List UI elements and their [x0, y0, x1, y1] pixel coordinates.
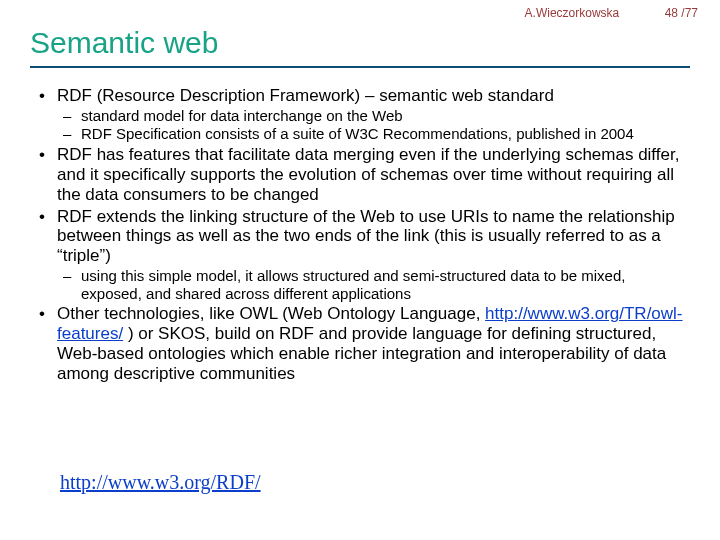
- sub-list: standard model for data interchange on t…: [57, 107, 685, 143]
- sub-list: using this simple model, it allows struc…: [57, 267, 685, 302]
- page-title: Semantic web: [30, 26, 218, 60]
- slide: A.Wieczorkowska 48 /77 Semantic web RDF …: [0, 0, 720, 540]
- rdf-link[interactable]: http://www.w3.org/RDF/: [60, 471, 261, 493]
- bullet-text: RDF Specification consists of a suite of…: [81, 125, 634, 142]
- bullet-text: RDF (Resource Description Framework) – s…: [57, 86, 554, 105]
- list-item: RDF extends the linking structure of the…: [57, 207, 685, 303]
- bullet-text: RDF extends the linking structure of the…: [57, 207, 675, 266]
- header-meta: A.Wieczorkowska 48 /77: [525, 6, 698, 20]
- bullet-text: standard model for data interchange on t…: [81, 107, 403, 124]
- bullet-text-pre: Other technologies, like OWL (Web Ontolo…: [57, 304, 485, 323]
- content-area: RDF (Resource Description Framework) – s…: [35, 86, 685, 386]
- bullet-text-post: ) or SKOS, build on RDF and provide lang…: [57, 324, 666, 383]
- list-item: RDF Specification consists of a suite of…: [81, 125, 685, 143]
- list-item: RDF has features that facilitate data me…: [57, 145, 685, 205]
- list-item: standard model for data interchange on t…: [81, 107, 685, 125]
- bullet-list: RDF (Resource Description Framework) – s…: [35, 86, 685, 384]
- list-item: Other technologies, like OWL (Web Ontolo…: [57, 304, 685, 384]
- footer-link-container: http://www.w3.org/RDF/: [60, 471, 261, 494]
- bullet-text: RDF has features that facilitate data me…: [57, 145, 679, 204]
- page-number: 48 /77: [665, 6, 698, 20]
- author-label: A.Wieczorkowska: [525, 6, 620, 20]
- title-underline: [30, 66, 690, 68]
- list-item: using this simple model, it allows struc…: [81, 267, 685, 302]
- bullet-text: using this simple model, it allows struc…: [81, 267, 625, 302]
- list-item: RDF (Resource Description Framework) – s…: [57, 86, 685, 143]
